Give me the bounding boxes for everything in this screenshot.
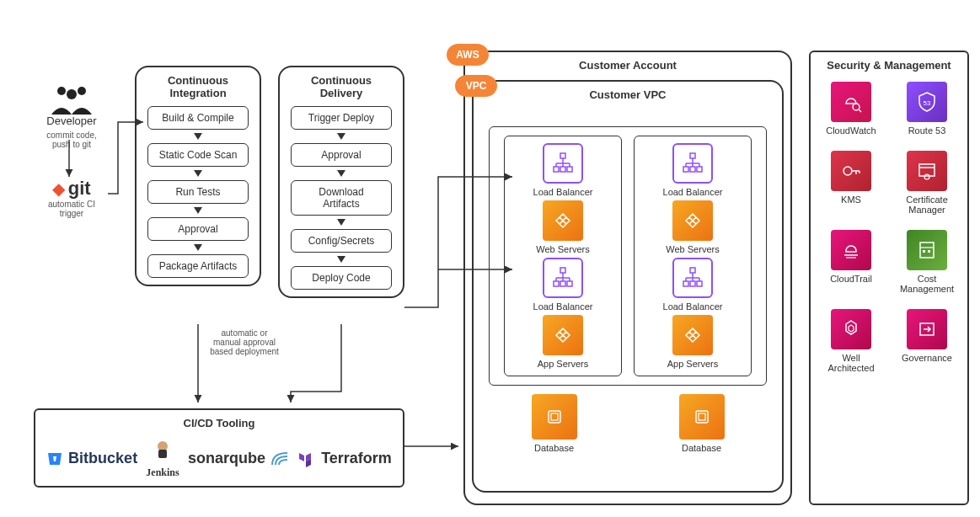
jenkins-icon [151, 438, 174, 461]
lb2-label-b: Load Balancer [663, 301, 723, 312]
arrow-down-icon [194, 133, 202, 140]
app-server-icon [543, 315, 583, 355]
svg-rect-60 [928, 250, 930, 253]
svg-rect-18 [560, 281, 565, 286]
cd-step-approval: Approval [291, 143, 392, 167]
svg-rect-17 [554, 281, 559, 286]
cd-step-config: Config/Secrets [291, 229, 392, 253]
kms-icon [831, 151, 871, 191]
jenkins-logo: Jenkins [146, 438, 179, 479]
developer-label: Developer [34, 115, 110, 127]
lb2-label-a: Load Balancer [533, 301, 593, 312]
kms-label: KMS [821, 195, 881, 205]
lb1-label-a: Load Balancer [533, 187, 593, 197]
database-icon [532, 394, 577, 440]
svg-rect-5 [560, 153, 565, 158]
git-label: git [68, 178, 91, 199]
db-label-b: Database [672, 443, 732, 453]
sonarqube-icon [270, 451, 289, 466]
load-balancer-icon [543, 258, 583, 298]
svg-rect-28 [697, 167, 702, 172]
aws-badge-icon: AWS [447, 44, 489, 66]
web-label-b: Web Servers [666, 244, 719, 254]
svg-rect-14 [560, 268, 565, 273]
load-balancer-icon [672, 258, 713, 298]
svg-rect-37 [697, 281, 702, 286]
svg-rect-59 [923, 250, 925, 253]
arrow-down-icon [337, 170, 345, 177]
app-label-a: App Servers [538, 359, 589, 369]
svg-point-2 [67, 89, 77, 99]
ci-step-package: Package Artifacts [147, 254, 249, 278]
svg-rect-32 [690, 268, 695, 273]
lb1-label-b: Load Balancer [663, 187, 723, 197]
svg-rect-43 [696, 411, 708, 423]
ci-step-tests: Run Tests [147, 180, 249, 204]
load-balancer-icon [672, 143, 713, 184]
governance-label: Governance [897, 353, 957, 363]
svg-rect-36 [690, 281, 695, 286]
commit-note: commit code, push to git [34, 131, 110, 149]
arrow-down-icon [337, 256, 345, 263]
ci-step-scan: Static Code Scan [147, 143, 249, 167]
cloudtrail-icon [831, 230, 871, 270]
ci-title: Continuous Integration [143, 74, 253, 99]
customer-vpc-title: Customer VPC [480, 88, 775, 101]
svg-marker-62 [849, 325, 854, 332]
app-label-b: App Servers [667, 359, 719, 369]
route53-icon: 53 [907, 82, 947, 122]
terraform-logo: Terraform [297, 450, 392, 468]
svg-rect-9 [560, 167, 565, 172]
tooling-title: CI/CD Tooling [42, 417, 396, 429]
svg-rect-27 [690, 167, 695, 172]
route53-label: Route 53 [897, 125, 957, 136]
vpc-badge-icon: VPC [455, 75, 497, 97]
wellarch-label: Well Architected [821, 353, 881, 373]
cloudwatch-icon [831, 82, 871, 122]
arrow-down-icon [194, 170, 202, 177]
deployment-note: automatic or manual approval based deplo… [194, 328, 295, 356]
arrow-down-icon [194, 244, 202, 251]
developer-icon [34, 84, 110, 115]
ci-step-approval: Approval [147, 217, 249, 241]
svg-point-48 [843, 167, 852, 175]
db-label-a: Database [524, 443, 585, 453]
svg-point-45 [853, 104, 860, 110]
cloudwatch-label: CloudWatch [821, 125, 881, 136]
ci-step-build: Build & Compile [147, 106, 249, 130]
svg-rect-41 [549, 411, 560, 423]
arrow-down-icon [337, 133, 345, 140]
customer-account-title: Customer Account [472, 59, 784, 72]
cd-step-trigger: Trigger Deploy [291, 106, 392, 130]
load-balancer-icon [543, 143, 583, 184]
svg-rect-19 [567, 281, 572, 286]
svg-rect-44 [699, 413, 705, 420]
svg-rect-10 [567, 167, 572, 172]
arrow-down-icon [194, 207, 202, 214]
svg-rect-57 [920, 243, 934, 258]
database-icon [679, 394, 725, 440]
svg-point-54 [924, 174, 929, 179]
svg-point-1 [78, 87, 86, 95]
certmgr-label: Certificate Manager [897, 195, 957, 215]
svg-rect-4 [158, 450, 167, 458]
svg-rect-26 [683, 167, 688, 172]
cd-title: Continuous Delivery [287, 74, 396, 99]
git-logo-icon: ◆ [52, 179, 65, 198]
governance-icon [907, 309, 947, 349]
app-server-icon [672, 315, 713, 355]
well-architected-icon [831, 309, 871, 349]
web-server-icon [543, 200, 583, 241]
certificate-manager-icon [907, 151, 947, 191]
svg-text:53: 53 [924, 99, 931, 107]
svg-rect-42 [551, 413, 558, 420]
costmgmt-label: Cost Management [897, 274, 957, 294]
sonarqube-logo: sonarqube [188, 450, 289, 467]
trigger-note: automatic CI trigger [34, 200, 110, 218]
cost-management-icon [907, 230, 947, 270]
web-label-a: Web Servers [536, 244, 589, 254]
terraform-icon [297, 450, 316, 468]
bitbucket-logo: Bitbucket [46, 450, 137, 467]
web-server-icon [672, 200, 713, 241]
svg-rect-23 [690, 153, 695, 158]
